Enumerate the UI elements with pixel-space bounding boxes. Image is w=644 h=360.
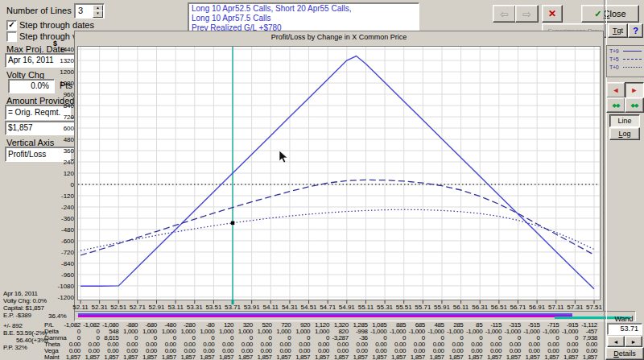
time-legend-row: T+5 [608, 55, 643, 63]
stat-capital: Capital: $1,857 [3, 304, 44, 312]
line-scale-button[interactable]: Line [609, 114, 640, 127]
x-tick-label: 56.31 [469, 304, 490, 311]
time-legend-line-sample-dotted [623, 67, 642, 68]
y-tick-label: -240 [47, 204, 74, 211]
right-arrow-icon: ► [631, 339, 637, 345]
right-arrow-icon: ► [631, 86, 638, 94]
time-line-legend: T+9T+5T+0 [606, 45, 644, 77]
wand-step-left-button[interactable]: ◄ [607, 336, 625, 347]
x-tick-label: 55.71 [412, 304, 433, 311]
table-row-maint: Maint1,8571,8571,8571,8571,8571,8571,857… [0, 354, 644, 360]
x-tick-label: 53.31 [184, 304, 205, 311]
y-tick-label: -960 [47, 271, 74, 279]
stat-expected-profit: E.P. -$389 [3, 312, 31, 319]
shift-left-button[interactable]: ◄ [606, 82, 625, 98]
check-icon: ✓ [594, 9, 601, 19]
x-tick-label: 54.31 [279, 304, 300, 311]
y-tick-label: 720 [47, 114, 74, 121]
table-cell: 1,857 [157, 354, 176, 360]
spin-down-icon[interactable]: ▼ [93, 10, 103, 18]
y-tick-label: 840 [47, 102, 74, 110]
zoom-out-button[interactable]: ◆◆ [606, 97, 625, 113]
x-tick-label: 56.11 [451, 304, 472, 311]
left-arrow-icon: ◄ [613, 339, 619, 345]
time-legend-row: T+9 [608, 47, 643, 55]
table-cell: 1,857 [291, 354, 310, 360]
y-tick-label: -1080 [47, 283, 74, 290]
shift-right-button[interactable]: ► [625, 82, 644, 98]
time-legend-label: T+9 [609, 48, 621, 54]
y-tick-label: 120 [47, 170, 74, 177]
table-cell: 1,857 [559, 354, 578, 360]
table-cell: 1,857 [349, 354, 368, 360]
y-tick-label: 0 [47, 181, 74, 188]
y-tick-label: 1320 [47, 57, 74, 64]
x-tick-label: 52.31 [89, 304, 110, 311]
graphic-analysis-window: Number of Lines 3 ▲ ▼ ✓ Step through dat… [0, 0, 644, 360]
prev-graph-button[interactable]: ⇦ [493, 5, 516, 23]
table-cell: 1,857 [502, 354, 521, 360]
probability-strip [74, 311, 636, 321]
x-tick-label: 54.11 [260, 304, 281, 311]
table-cell: 1,857 [444, 354, 464, 360]
diamond-pair-icon: ◆◆ [613, 102, 620, 109]
table-cell: 1,857 [100, 354, 119, 360]
x-tick-label: 53.91 [242, 304, 262, 311]
wand-price-input[interactable]: 53.71 [607, 323, 642, 335]
number-of-lines-value: 3 [78, 6, 83, 15]
x-tick-label: 53.51 [203, 304, 224, 311]
x-tick-label: 52.91 [147, 304, 167, 311]
y-tick-label: 240 [47, 159, 74, 166]
table-cell: 1,857 [253, 354, 272, 360]
y-tick-label: 1440 [47, 46, 74, 53]
table-cell: 1,857 [214, 354, 233, 360]
log-scale-button[interactable]: Log [609, 127, 640, 140]
strip-magenta-bar [78, 315, 572, 317]
y-tick-label: 960 [47, 91, 74, 98]
next-graph-button[interactable]: ⇨ [515, 5, 539, 23]
x-tick-label: 55.51 [394, 304, 415, 311]
y-tick-label: -720 [47, 249, 74, 256]
target-button[interactable]: Tgt [608, 23, 628, 38]
x-tick-label: 56.91 [526, 304, 547, 311]
y-tick-label: -600 [47, 238, 74, 245]
table-cell: 1,857 [80, 354, 100, 360]
time-legend-row: T+0 [608, 63, 643, 71]
x-tick-label: 52.11 [70, 304, 91, 311]
table-row-label: Maint [44, 354, 60, 360]
x-tick-label: 52.71 [127, 304, 148, 311]
table-cell: 1,857 [521, 354, 540, 360]
step-through-dates-checkbox[interactable]: ✓ [6, 20, 17, 31]
table-cell: 1,857 [118, 354, 138, 360]
x-tick-label: 53.11 [165, 304, 186, 311]
close-button[interactable]: ✓ Close [581, 5, 639, 23]
table-cell: 1,857 [61, 354, 80, 360]
arrow-left-icon: ⇦ [500, 8, 509, 20]
zoom-in-button[interactable]: ◆◆ [625, 97, 644, 113]
wand-marker-dot[interactable] [231, 221, 235, 226]
time-legend-line-sample-solid [623, 51, 642, 52]
table-cell: 1,857 [406, 354, 425, 360]
help-button[interactable]: ? [628, 23, 643, 38]
table-cell: 1,857 [329, 354, 349, 360]
stat-volty: Volty Chg: 0.0% [3, 297, 47, 304]
x-tick-label: 55.31 [374, 304, 395, 311]
x-tick-label: 57.51 [584, 304, 605, 311]
number-of-lines-stepper[interactable]: 3 ▲ ▼ [74, 3, 105, 19]
profit-loss-chart[interactable] [77, 46, 601, 305]
cancel-button[interactable]: ✕ [542, 5, 563, 23]
checkmark-icon: ✓ [8, 20, 14, 29]
time-legend-label: T+0 [609, 64, 621, 70]
table-cell: 1,857 [540, 354, 559, 360]
table-cell: 1,857 [463, 354, 482, 360]
wand-step-right-button[interactable]: ► [625, 336, 642, 347]
y-tick-label: 1200 [47, 68, 74, 76]
y-tick-label: -1200 [47, 294, 74, 301]
table-cell: 1,857 [578, 354, 597, 360]
number-of-lines-label: Number of Lines [6, 6, 72, 15]
table-cell: 1,857 [138, 354, 157, 360]
details-button[interactable]: Details [605, 347, 644, 360]
step-through-volatilities-checkbox[interactable] [6, 31, 17, 42]
table-cell: 1,857 [176, 354, 196, 360]
table-cell: 1,857 [482, 354, 502, 360]
